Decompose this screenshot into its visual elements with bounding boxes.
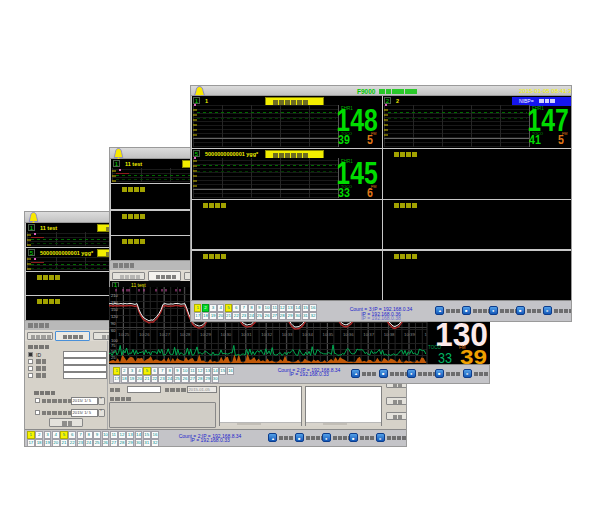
svg-text:10:33: 10:33 (282, 332, 293, 337)
svg-text:33: 33 (438, 349, 452, 365)
svg-text:10:31: 10:31 (241, 332, 252, 337)
svg-text:10:29: 10:29 (200, 332, 211, 337)
svg-text:10:30: 10:30 (221, 332, 232, 337)
svg-text:60: 60 (111, 328, 116, 333)
svg-text:10:26: 10:26 (139, 332, 150, 337)
svg-text:10:39: 10:39 (404, 332, 415, 337)
svg-text:10:32: 10:32 (261, 332, 272, 337)
svg-text:210: 210 (111, 293, 118, 298)
svg-text:100: 100 (111, 338, 118, 343)
svg-text:10:25: 10:25 (119, 332, 130, 337)
svg-text:10:28: 10:28 (180, 332, 191, 337)
svg-text:10:36: 10:36 (343, 332, 354, 337)
svg-text:10:27: 10:27 (159, 332, 170, 337)
svg-text:150: 150 (111, 307, 118, 312)
svg-text:10:34: 10:34 (302, 332, 313, 337)
svg-text:10:35: 10:35 (323, 332, 334, 337)
svg-text:120: 120 (111, 314, 118, 319)
svg-text:75: 75 (111, 343, 116, 348)
svg-text:90: 90 (111, 321, 116, 326)
svg-text:10:38: 10:38 (384, 332, 395, 337)
svg-text:10:37: 10:37 (363, 332, 374, 337)
svg-text:39: 39 (460, 346, 487, 365)
